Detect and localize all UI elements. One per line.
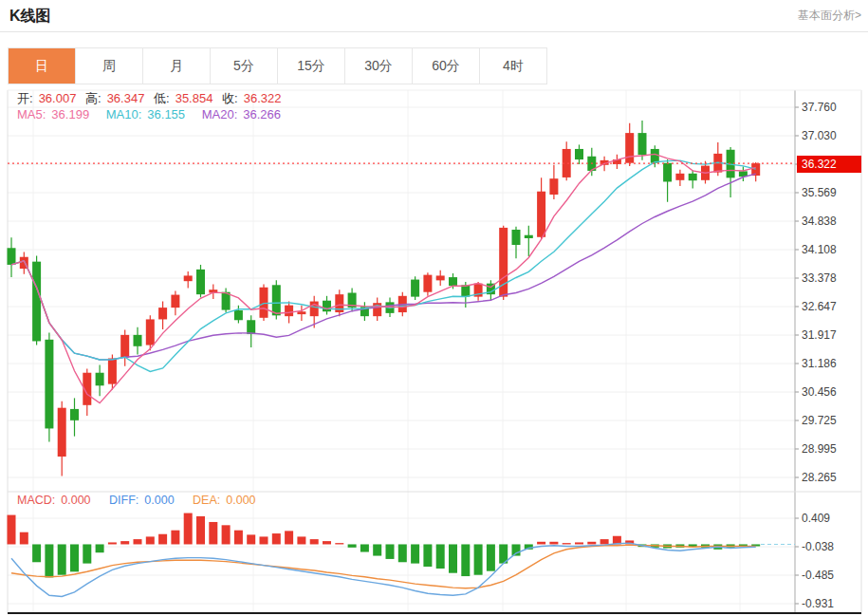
- svg-text:-0.485: -0.485: [802, 569, 834, 582]
- ma20-label: MA20:: [202, 107, 238, 121]
- ma-legend: MA5:36.199 MA10:36.155 MA20:36.266: [17, 107, 286, 121]
- svg-text:-0.931: -0.931: [802, 597, 834, 610]
- svg-text:29.725: 29.725: [802, 414, 837, 427]
- svg-text:31.186: 31.186: [802, 357, 837, 370]
- current-price-badge: 36.322: [797, 156, 861, 173]
- svg-text:34.838: 34.838: [802, 215, 837, 228]
- dea-label: DEA:: [193, 494, 220, 507]
- ma10-value: 36.155: [147, 107, 185, 121]
- macd-series[interactable]: [8, 513, 796, 597]
- macd-value: 0.000: [61, 494, 90, 507]
- open-value: 36.007: [39, 91, 77, 105]
- open-label: 开:: [17, 91, 33, 105]
- high-label: 高:: [85, 91, 102, 105]
- ma20-line: [11, 174, 756, 360]
- svg-text:0.409: 0.409: [802, 512, 830, 525]
- close-value: 36.322: [244, 91, 282, 105]
- low-value: 35.854: [175, 91, 213, 105]
- dea-value: 0.000: [226, 494, 255, 507]
- ma5-label: MA5:: [17, 107, 46, 121]
- svg-text:37.030: 37.030: [802, 129, 837, 142]
- ma20-value: 36.266: [243, 107, 281, 121]
- svg-text:-0.038: -0.038: [802, 540, 834, 553]
- diff-line: [11, 543, 756, 596]
- svg-text:31.917: 31.917: [802, 328, 837, 342]
- svg-text:32.647: 32.647: [802, 300, 837, 313]
- svg-text:33.378: 33.378: [802, 271, 837, 285]
- svg-text:34.108: 34.108: [802, 243, 837, 256]
- ma10-label: MA10:: [106, 107, 142, 121]
- low-label: 低:: [154, 91, 170, 105]
- candlestick-series[interactable]: [8, 121, 761, 476]
- macd-legend: MACD:0.000 DIFF:0.000 DEA:0.000: [17, 494, 262, 507]
- macd-label: MACD:: [17, 494, 55, 507]
- close-label: 收:: [222, 91, 238, 105]
- diff-label: DIFF:: [109, 494, 139, 507]
- ohlc-legend: 开:36.007 高:36.347 低:35.854 收:36.322: [17, 90, 286, 107]
- high-value: 36.347: [107, 91, 145, 105]
- ma5-value: 36.199: [51, 107, 89, 121]
- diff-value: 0.000: [144, 494, 174, 507]
- svg-text:28.995: 28.995: [802, 442, 837, 456]
- svg-text:37.760: 37.760: [802, 101, 837, 114]
- kline-app: K线图 基本面分析> 日 周 月 5分 15分 30分 60分 4时 37.76…: [0, 0, 868, 616]
- svg-text:30.456: 30.456: [802, 385, 837, 399]
- svg-text:28.265: 28.265: [802, 471, 837, 484]
- svg-text:35.569: 35.569: [802, 186, 837, 199]
